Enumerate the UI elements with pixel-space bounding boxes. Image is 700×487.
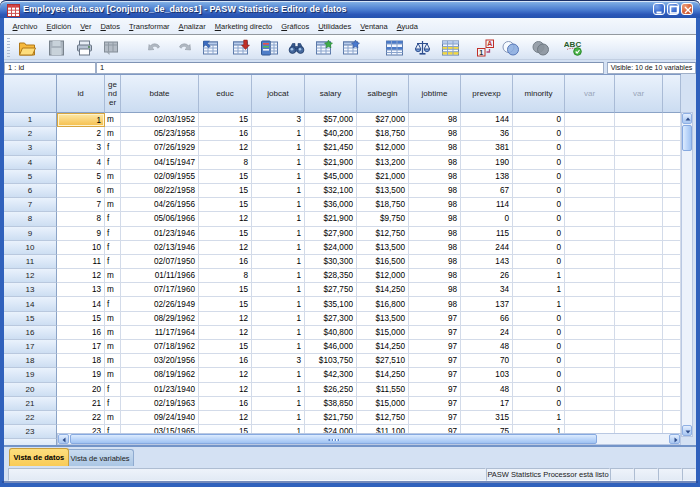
- cell-17-minority[interactable]: 0: [513, 340, 565, 354]
- cell-20-minority[interactable]: 0: [513, 383, 565, 397]
- cell-21-prevexp[interactable]: 17: [461, 397, 513, 411]
- cell-14-jobcat[interactable]: 1: [252, 297, 305, 311]
- cell-16-bdate[interactable]: 11/17/1964: [121, 326, 199, 340]
- cell-8-prevexp[interactable]: 0: [461, 212, 513, 226]
- minimize-button[interactable]: [653, 3, 665, 15]
- cell-9-var3[interactable]: [663, 227, 681, 241]
- cell-6-prevexp[interactable]: 67: [461, 184, 513, 198]
- column-header-jobcat[interactable]: jobcat: [252, 75, 305, 113]
- cell-11-minority[interactable]: 0: [513, 255, 565, 269]
- cell-15-jobcat[interactable]: 1: [252, 312, 305, 326]
- cell-18-salary[interactable]: $103,750: [305, 354, 357, 368]
- cell-22-id[interactable]: 22: [57, 411, 105, 425]
- cell-2-salary[interactable]: $40,200: [305, 127, 357, 141]
- row-header-5[interactable]: 5: [4, 170, 57, 184]
- cell-19-bdate[interactable]: 08/19/1962: [121, 368, 199, 382]
- cell-20-prevexp[interactable]: 48: [461, 383, 513, 397]
- cell-19-var1[interactable]: [565, 368, 615, 382]
- cell-6-var2[interactable]: [615, 184, 663, 198]
- cell-15-prevexp[interactable]: 66: [461, 312, 513, 326]
- menu-marketing-directo[interactable]: Marketing directo: [210, 20, 277, 33]
- row-header-11[interactable]: 11: [4, 255, 57, 269]
- cell-8-id[interactable]: 8: [57, 212, 105, 226]
- cell-16-salary[interactable]: $40,800: [305, 326, 357, 340]
- column-header-minority[interactable]: minority: [513, 75, 565, 113]
- row-header-23[interactable]: 23: [4, 425, 57, 439]
- cell-18-salbegin[interactable]: $27,510: [357, 354, 409, 368]
- cell-14-jobtime[interactable]: 98: [409, 297, 461, 311]
- cell-13-bdate[interactable]: 07/17/1960: [121, 283, 199, 297]
- menu-ver[interactable]: Ver: [76, 20, 96, 33]
- tab-variable-view[interactable]: Vista de variables: [66, 449, 134, 466]
- cell-8-var3[interactable]: [663, 212, 681, 226]
- cell-22-salbegin[interactable]: $12,750: [357, 411, 409, 425]
- cell-12-educ[interactable]: 8: [199, 269, 252, 283]
- row-header-3[interactable]: 3: [4, 141, 57, 155]
- cell-3-var3[interactable]: [663, 141, 681, 155]
- cell-12-salary[interactable]: $28,350: [305, 269, 357, 283]
- undo-button[interactable]: [143, 37, 165, 58]
- selected-cell[interactable]: 1: [57, 113, 105, 127]
- title-bar[interactable]: Employee data.sav [Conjunto_de_datos1] -…: [0, 0, 700, 18]
- cell-1-jobtime[interactable]: 98: [409, 113, 461, 127]
- cell-14-educ[interactable]: 15: [199, 297, 252, 311]
- cell-11-educ[interactable]: 16: [199, 255, 252, 269]
- find-button[interactable]: [285, 37, 307, 58]
- cell-4-salbegin[interactable]: $13,200: [357, 156, 409, 170]
- cell-17-id[interactable]: 17: [57, 340, 105, 354]
- cell-17-salary[interactable]: $46,000: [305, 340, 357, 354]
- cell-3-prevexp[interactable]: 381: [461, 141, 513, 155]
- redo-button[interactable]: [173, 37, 195, 58]
- cell-editor[interactable]: 1: [96, 62, 604, 74]
- column-header-salary[interactable]: salary: [305, 75, 357, 113]
- cell-10-minority[interactable]: 0: [513, 241, 565, 255]
- cell-1-educ[interactable]: 15: [199, 113, 252, 127]
- cell-9-jobcat[interactable]: 1: [252, 227, 305, 241]
- cell-20-bdate[interactable]: 01/23/1940: [121, 383, 199, 397]
- cell-6-var3[interactable]: [663, 184, 681, 198]
- cell-2-educ[interactable]: 16: [199, 127, 252, 141]
- cell-22-salary[interactable]: $21,750: [305, 411, 357, 425]
- menu-datos[interactable]: Datos: [96, 20, 125, 33]
- column-header-var3[interactable]: [663, 75, 681, 113]
- cell-5-minority[interactable]: 0: [513, 170, 565, 184]
- cell-13-educ[interactable]: 15: [199, 283, 252, 297]
- cell-2-jobcat[interactable]: 1: [252, 127, 305, 141]
- v-scroll-down-button[interactable]: [682, 425, 692, 436]
- cell-15-salbegin[interactable]: $13,500: [357, 312, 409, 326]
- cell-14-salary[interactable]: $35,100: [305, 297, 357, 311]
- cell-1-var2[interactable]: [615, 113, 663, 127]
- cell-16-var1[interactable]: [565, 326, 615, 340]
- cell-3-educ[interactable]: 12: [199, 141, 252, 155]
- cell-22-var1[interactable]: [565, 411, 615, 425]
- row-header-13[interactable]: 13: [4, 283, 57, 297]
- cell-3-var2[interactable]: [615, 141, 663, 155]
- cell-12-prevexp[interactable]: 26: [461, 269, 513, 283]
- cell-21-educ[interactable]: 16: [199, 397, 252, 411]
- cell-12-jobcat[interactable]: 1: [252, 269, 305, 283]
- cell-19-educ[interactable]: 12: [199, 368, 252, 382]
- cell-4-jobcat[interactable]: 1: [252, 156, 305, 170]
- cell-5-educ[interactable]: 15: [199, 170, 252, 184]
- weight-cases-button[interactable]: [411, 37, 433, 58]
- cell-2-jobtime[interactable]: 98: [409, 127, 461, 141]
- column-header-var1[interactable]: var: [565, 75, 615, 113]
- cell-7-bdate[interactable]: 04/26/1956: [121, 198, 199, 212]
- cell-15-var3[interactable]: [663, 312, 681, 326]
- toolbar-drag-handle[interactable]: [7, 38, 10, 57]
- column-header-prevexp[interactable]: prevexp: [461, 75, 513, 113]
- cell-2-bdate[interactable]: 05/23/1958: [121, 127, 199, 141]
- cell-9-id[interactable]: 9: [57, 227, 105, 241]
- cell-17-gender[interactable]: m: [105, 340, 121, 354]
- row-header-20[interactable]: 20: [4, 383, 57, 397]
- cell-6-jobtime[interactable]: 98: [409, 184, 461, 198]
- cell-21-var2[interactable]: [615, 397, 663, 411]
- cell-17-prevexp[interactable]: 48: [461, 340, 513, 354]
- cell-20-var2[interactable]: [615, 383, 663, 397]
- cell-3-gender[interactable]: f: [105, 141, 121, 155]
- cell-4-salary[interactable]: $21,900: [305, 156, 357, 170]
- row-header-17[interactable]: 17: [4, 340, 57, 354]
- cell-19-jobtime[interactable]: 97: [409, 368, 461, 382]
- cell-15-jobtime[interactable]: 97: [409, 312, 461, 326]
- cell-19-gender[interactable]: m: [105, 368, 121, 382]
